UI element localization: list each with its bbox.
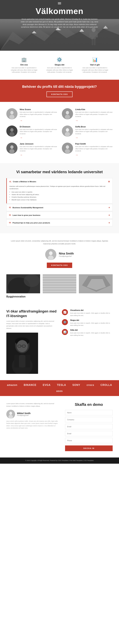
team-arrow-1[interactable]: → [75,119,113,122]
it-feature-title-1: Skapa det [70,319,113,321]
team-arrow-3[interactable]: → [75,136,113,140]
team-avatar-3 [62,126,73,136]
it-feature-icon-2: 📊 [62,329,68,335]
svg-point-36 [24,274,40,287]
svg-point-7 [92,28,95,32]
team-member-name-5: Paul Smith [75,142,113,145]
profile-contact-button[interactable]: KONTAKTA OSS [47,262,72,268]
team-info-5: Paul Smith Duis aute irure dolor in repr… [75,142,113,157]
feature-title-0: Om oss [10,64,39,66]
accordion-title-2: Learn how to grow your business [13,214,108,216]
team-member-name-0: Nina Scavo [20,108,57,110]
svg-point-27 [9,149,15,154]
profile-card: Nina Smith Försäljningschef [10,249,109,260]
it-right: 📈 Visualisera det Duis aute irure dolor … [62,309,113,339]
team-member-name-2: Di Dowson [20,126,57,128]
features-row: 🏢 Om oss Duis aute irure dolor in repreh… [0,51,119,80]
profile-name: Nina Smith [59,252,74,255]
svg-rect-58 [14,355,19,368]
svg-rect-41 [43,282,76,283]
svg-rect-45 [43,292,76,293]
svg-point-33 [48,256,54,260]
it-feature-desc-2: Duis aute irure dolor in repreh. Click a… [70,332,113,336]
team-member-3: Soffa Brun Duis aute irure dolor in repr… [62,126,113,140]
demo-input-phone[interactable] [65,438,113,443]
it-feature-title-2: Odla det [70,329,113,331]
demo-section: Lorem ipsum dolor sit amet, consectetur … [0,396,119,458]
brand-crocs: crocs [87,384,94,386]
portfolio-label-container: Bygginnovation [6,293,113,298]
demo-person-avatar [6,410,15,418]
feature-icon-0: 🏢 [10,57,39,62]
svg-point-32 [49,251,53,255]
accordion-header-2[interactable]: 03. Learn how to grow your business + [7,212,112,218]
demo-input-name[interactable] [65,410,113,415]
demo-input-email1[interactable] [65,424,113,429]
brand-asos: asos [56,390,63,392]
cta-button[interactable]: KONTAKTA OSS [47,92,72,97]
accordion-list-item: Portail et faucibus pulvinar dimentum. [12,196,110,198]
it-top: Vi ökar affärsframgången med IT-lösninge… [6,309,113,374]
demo-form: SKICKA IN [65,410,113,451]
svg-rect-40 [43,279,76,281]
team-arrow-0[interactable]: → [20,119,57,122]
it-section: Vi ökar affärsframgången med IT-lösninge… [0,303,119,380]
team-info-4: Jane Jonsson Duis aute irure dolor in re… [20,142,57,157]
svg-point-29 [66,145,69,149]
svg-rect-44 [43,290,76,291]
it-intro: Lorem ipsum dolor sit amet, consectetur … [6,320,57,330]
team-avatar-4 [6,142,18,154]
accordion-list-item: Blandit turpis cursus in hac habitasse. [12,198,110,201]
portfolio-images [6,274,113,293]
team-arrow-5[interactable]: → [75,154,113,157]
team-avatar-0 [6,108,18,119]
accordion-item-1: 02. Business Sustainability Management + [6,204,113,211]
svg-rect-8 [91,32,96,39]
svg-point-18 [65,115,70,119]
svg-point-26 [10,145,14,149]
accordion-icon-3: + [108,222,110,224]
accordion-header-1[interactable]: 02. Business Sustainability Management + [7,204,112,211]
hamburger-menu[interactable] [58,2,61,5]
team-arrow-4[interactable]: → [20,154,57,157]
team-member-desc-3: Duis aute irure dolor in reprehenderit i… [75,128,113,135]
university-section: Vi samarbetar med världens ledande unive… [0,163,119,233]
svg-point-23 [66,128,69,132]
it-feature-icon-1: ⚙️ [62,319,68,325]
accordion-header-0[interactable]: 01. Create a Webinar in Minutes ✕ [7,178,112,185]
team-info-2: Di Dowson Duis aute irure dolor in repre… [20,126,57,140]
demo-input-company[interactable] [65,417,113,422]
it-feature-content-1: Skapa det Duis aute irure dolor in repre… [70,319,113,326]
accordion-icon-1: + [108,206,110,209]
feature-item-2: 📊 Vad vi gör Duis aute irure dolor in re… [77,56,113,75]
demo-submit-button[interactable]: SKICKA IN [65,446,113,451]
team-member-name-1: Linda Kim [75,108,113,110]
footer: © 2023 Copyright, All Right Reserved, Po… [0,458,119,464]
accordion-number-1: 02. [9,207,11,208]
cta-heading: Behöver du proffs till ditt nästa byggpr… [3,84,116,89]
demo-person-info: Mikkel Smith Försäljningschef [17,412,31,416]
svg-rect-59 [25,355,30,368]
svg-point-61 [9,412,12,415]
svg-point-24 [65,132,70,136]
accordion-title-1: Business Sustainability Management [13,207,108,208]
svg-point-62 [9,415,13,418]
brand-amazon: amazon [7,384,18,386]
team-avatar-1 [62,108,73,119]
it-feature-content-2: Odla det Duis aute irure dolor in repreh… [70,329,113,336]
hero-person-silhouette [87,27,100,46]
team-member-desc-5: Duis aute irure dolor in reprehenderit i… [75,146,113,152]
team-avatar-5 [62,142,73,154]
accordion-list-item: Starter elit nisi lorem adipiscing all n… [12,193,110,196]
demo-right: Skaffa en demo SKICKA IN [65,402,113,451]
team-arrow-2[interactable]: → [20,136,57,140]
team-info-1: Linda Kim Duis aute irure dolor in repre… [75,108,113,122]
feature-icon-2: 📊 [80,57,109,62]
feature-desc-1: Duis aute irure dolor in reprehenderit i… [45,67,74,73]
brand-sony: SONY [72,384,80,386]
accordion-item-0: 01. Create a Webinar in Minutes ✕ Interd… [6,178,113,204]
demo-input-email2[interactable] [65,431,113,436]
it-feature-content-0: Visualisera det Duis aute irure dolor in… [70,309,113,316]
team-section: Nina Scavo Duis aute irure dolor in repr… [0,102,119,163]
accordion-header-3[interactable]: 04. Practical tips to help you price you… [7,220,112,226]
